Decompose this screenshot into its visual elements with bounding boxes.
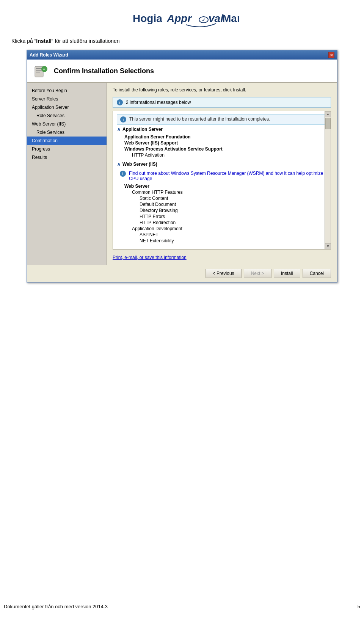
directory-browsing: Directory Browsing bbox=[117, 207, 327, 214]
dialog-content: To install the following roles, role ser… bbox=[107, 83, 337, 265]
info-icon: i bbox=[117, 99, 123, 105]
web-server-iis-support: Web Server (IIS) Support bbox=[117, 140, 327, 146]
find-out-more-text: Find out more about Windows System Resou… bbox=[129, 171, 324, 181]
dialog-titlebar: Add Roles Wizard ✕ bbox=[27, 50, 337, 60]
scroll-inner: i This server might need to be restarted… bbox=[113, 111, 331, 247]
dialog-header-title: Confirm Installation Selections bbox=[54, 67, 154, 75]
svg-text:val: val bbox=[209, 13, 224, 24]
static-content: Static Content bbox=[117, 195, 327, 201]
info-messages-banner: i 2 informational messages below bbox=[113, 97, 331, 108]
web-server-arrow-icon: ∧ bbox=[117, 161, 121, 167]
instruction-bold: Install bbox=[36, 38, 51, 44]
svg-rect-9 bbox=[36, 72, 40, 72]
http-redirection: HTTP Redirection bbox=[117, 220, 327, 226]
nav-item-application-server[interactable]: Application Server bbox=[27, 103, 107, 111]
common-http-features: Common HTTP Features bbox=[117, 189, 327, 195]
app-server-section-header: ∧ Application Server bbox=[117, 126, 327, 132]
nav-item-web-server-iis[interactable]: Web Server (IIS) bbox=[27, 120, 107, 128]
nav-item-role-services-app[interactable]: Role Services bbox=[27, 111, 107, 120]
scroll-content-area[interactable]: i This server might need to be restarted… bbox=[113, 111, 331, 250]
next-button[interactable]: Next > bbox=[244, 269, 271, 278]
logo-area: Hogia Appr ✓ val Manager bbox=[125, 8, 239, 30]
svg-text:✓: ✓ bbox=[202, 17, 206, 23]
previous-button[interactable]: < Previous bbox=[206, 269, 242, 278]
instruction-suffix: ” för att slutföra installationen bbox=[52, 38, 120, 44]
install-button[interactable]: Install bbox=[274, 269, 300, 278]
content-instruction: To install the following roles, role ser… bbox=[113, 87, 331, 93]
asp-net: ASP.NET bbox=[117, 232, 327, 238]
app-development: Application Development bbox=[117, 226, 327, 232]
nav-item-before-you-begin[interactable]: Before You Begin bbox=[27, 86, 107, 95]
restart-warning-text: This server might need to be restarted a… bbox=[129, 116, 270, 122]
net-extensibility: NET Extensibility bbox=[117, 238, 327, 244]
app-server-section-title: Application Server bbox=[122, 127, 163, 132]
find-out-more-icon: i bbox=[120, 171, 126, 177]
http-activation: HTTP Activation bbox=[117, 152, 327, 158]
nav-item-progress[interactable]: Progress bbox=[27, 145, 107, 153]
nav-item-confirmation[interactable]: Confirmation bbox=[27, 137, 107, 145]
page-footer: Dokumentet gäller från och med version 2… bbox=[0, 596, 364, 613]
info-messages-text: 2 informational messages below bbox=[126, 100, 191, 105]
svg-text:Appr: Appr bbox=[166, 13, 192, 24]
web-server-iis-title: Web Server (IIS) bbox=[122, 162, 157, 167]
web-server-label: Web Server bbox=[117, 183, 327, 189]
svg-text:Hogia: Hogia bbox=[133, 13, 162, 24]
dialog-body: Before You Begin Server Roles Applicatio… bbox=[27, 83, 337, 265]
nav-item-results[interactable]: Results bbox=[27, 153, 107, 162]
svg-rect-8 bbox=[36, 70, 42, 71]
scroll-down-button[interactable]: ▼ bbox=[325, 243, 331, 249]
footer-left-text: Dokumentet gäller från och med version 2… bbox=[4, 604, 108, 609]
add-roles-wizard-dialog: Add Roles Wizard ✕ + Confirm Installatio… bbox=[27, 50, 337, 283]
instruction-prefix: Klicka på “ bbox=[11, 38, 36, 44]
scrollbar-track bbox=[325, 117, 331, 243]
find-out-more-info: i Find out more about Windows System Res… bbox=[117, 169, 327, 183]
dialog-header: + Confirm Installation Selections bbox=[27, 60, 337, 83]
app-server-arrow-icon: ∧ bbox=[117, 126, 121, 132]
scroll-up-button[interactable]: ▲ bbox=[325, 111, 331, 117]
nav-item-role-services-web[interactable]: Role Services bbox=[27, 128, 107, 137]
web-server-iis-section-header: ∧ Web Server (IIS) bbox=[117, 161, 327, 167]
restart-warning: i This server might need to be restarted… bbox=[117, 114, 327, 125]
footer-page-number: 5 bbox=[358, 604, 360, 609]
restart-info-icon: i bbox=[120, 116, 126, 122]
svg-text:+: + bbox=[43, 67, 45, 71]
nav-item-server-roles[interactable]: Server Roles bbox=[27, 95, 107, 103]
scrollbar[interactable]: ▲ ▼ bbox=[325, 111, 331, 249]
dialog-nav: Before You Begin Server Roles Applicatio… bbox=[27, 83, 107, 265]
http-errors: HTTP Errors bbox=[117, 214, 327, 220]
scrollbar-thumb[interactable] bbox=[325, 118, 331, 129]
default-document: Default Document bbox=[117, 201, 327, 207]
svg-text:Manager: Manager bbox=[222, 13, 239, 24]
logo-svg: Hogia Appr ✓ val Manager bbox=[125, 8, 239, 30]
app-server-foundation: Application Server Foundation bbox=[117, 134, 327, 140]
dialog-title: Add Roles Wizard bbox=[30, 52, 68, 58]
page-instruction: Klicka på “Install” för att slutföra ins… bbox=[8, 38, 356, 44]
dialog-footer: < Previous Next > Install Cancel bbox=[27, 265, 337, 282]
wizard-icon: + bbox=[33, 63, 48, 78]
print-save-link[interactable]: Print, e-mail, or save this information bbox=[113, 255, 331, 260]
svg-rect-7 bbox=[36, 68, 42, 69]
cancel-button[interactable]: Cancel bbox=[303, 269, 331, 278]
wpas-support: Windows Process Activation Service Suppo… bbox=[117, 146, 327, 152]
close-button[interactable]: ✕ bbox=[328, 52, 334, 58]
